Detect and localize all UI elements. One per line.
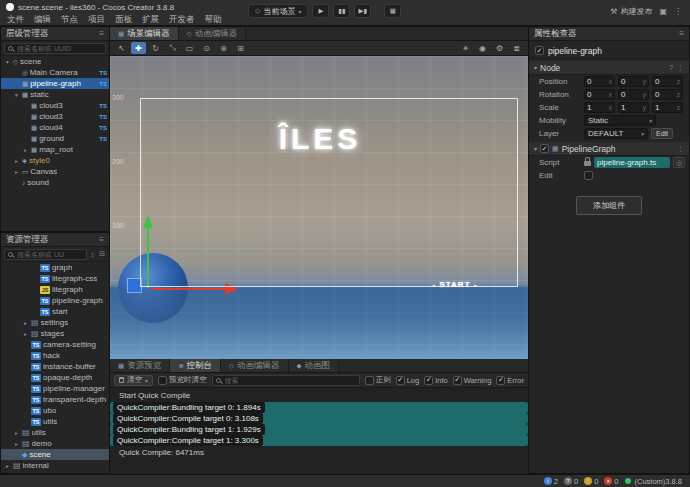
console-clear-button[interactable]: 清空 ▾ bbox=[114, 375, 153, 386]
expand-arrow-icon[interactable]: ▾ bbox=[4, 59, 11, 65]
component-section-header[interactable]: ▾ ▦ PipelineGraph ⋮ bbox=[529, 142, 689, 156]
scene-option-button[interactable]: ◉ bbox=[475, 42, 490, 54]
layer-select[interactable]: DEFAULT ▾ bbox=[584, 128, 648, 139]
clear-on-preview-checkbox[interactable] bbox=[158, 376, 167, 385]
bottom-panel-tab[interactable]: ▦ 资源预览 bbox=[110, 359, 170, 372]
scale-y-input[interactable]: 1y bbox=[618, 102, 649, 113]
more-options-icon[interactable]: ⋮ bbox=[674, 7, 682, 16]
menu-item[interactable]: 开发者 bbox=[164, 14, 200, 26]
expand-arrow-icon[interactable]: ▸ bbox=[22, 331, 29, 337]
asset-item-row[interactable]: TS transparent-depth bbox=[1, 394, 109, 405]
scene-option-button[interactable]: ☀ bbox=[458, 42, 473, 54]
component-enabled-checkbox[interactable] bbox=[540, 144, 549, 153]
assets-menu-icon[interactable]: ≡ bbox=[99, 235, 104, 244]
step-button[interactable]: ▶▮ bbox=[354, 4, 371, 18]
menu-item[interactable]: 扩展 bbox=[137, 14, 164, 26]
layout-button[interactable]: ▦ bbox=[384, 4, 401, 18]
filter-checkbox[interactable] bbox=[396, 376, 405, 385]
expand-arrow-icon[interactable]: ▸ bbox=[13, 430, 20, 436]
expand-arrow-icon[interactable]: ▸ bbox=[22, 147, 29, 153]
bottom-panel-tab[interactable]: ≣ 控制台 bbox=[170, 359, 221, 372]
asset-item-row[interactable]: TS hack bbox=[1, 350, 109, 361]
node-active-checkbox[interactable] bbox=[535, 46, 544, 55]
hierarchy-node-row[interactable]: ◎ Main Camera TS bbox=[1, 67, 109, 78]
scene-tool-button[interactable]: ⊙ bbox=[199, 42, 214, 54]
scale-z-input[interactable]: 1z bbox=[652, 102, 683, 113]
rotation-y-input[interactable]: 0y bbox=[618, 89, 649, 100]
hierarchy-node-row[interactable]: ▸ ▭ Canvas bbox=[1, 166, 109, 177]
asset-item-row[interactable]: TS ubo bbox=[1, 405, 109, 416]
menu-item[interactable]: 编辑 bbox=[29, 14, 56, 26]
scene-option-button[interactable]: ⚙ bbox=[492, 42, 507, 54]
hierarchy-node-row[interactable]: ▸ ◈ style0 bbox=[1, 155, 109, 166]
position-y-input[interactable]: 0y bbox=[618, 76, 649, 87]
edit-checkbox[interactable] bbox=[584, 171, 593, 180]
assets-search[interactable] bbox=[4, 249, 87, 260]
hierarchy-node-row[interactable]: ▦ cloud3 TS bbox=[1, 100, 109, 111]
console-log-row[interactable]: Start Quick Compile bbox=[110, 389, 528, 402]
asset-item-row[interactable]: TS pipeline-manager bbox=[1, 383, 109, 394]
component-menu-icon[interactable]: ⋮ bbox=[677, 145, 684, 153]
position-z-input[interactable]: 0z bbox=[652, 76, 683, 87]
regex-toggle[interactable]: 正则 bbox=[365, 375, 391, 385]
console-log-row[interactable]: QuickCompiler:Compile target 1: 3.300s bbox=[110, 435, 528, 446]
console-log-row[interactable]: QuickCompiler:Bundling target 1: 1.929s bbox=[110, 424, 528, 435]
asset-item-row[interactable]: ▸ ▤ utils bbox=[1, 427, 109, 438]
asset-item-row[interactable]: TS utils bbox=[1, 416, 109, 427]
script-asset-reference[interactable]: pipeline-graph.ts bbox=[594, 157, 670, 168]
clear-on-preview-toggle[interactable]: 预览时清空 bbox=[158, 375, 207, 385]
locate-asset-button[interactable]: ◎ bbox=[673, 157, 685, 168]
asset-item-row[interactable]: ◆ scene bbox=[1, 449, 109, 460]
menu-item[interactable]: 文件 bbox=[2, 14, 29, 26]
filter-checkbox[interactable] bbox=[453, 376, 462, 385]
editor-tab[interactable]: ▦ 场景编辑器 bbox=[110, 27, 179, 40]
asset-item-row[interactable]: JS litegraph bbox=[1, 284, 109, 295]
section-menu-icon[interactable]: ⋮ bbox=[677, 64, 684, 72]
scene-tool-button[interactable]: ↖ bbox=[114, 42, 129, 54]
pause-button[interactable]: ▮▮ bbox=[333, 4, 350, 18]
collapse-all-icon[interactable]: ⊟ bbox=[98, 250, 106, 258]
scene-tool-button[interactable]: ⤡ bbox=[165, 42, 180, 54]
hierarchy-node-row[interactable]: ▾ ▦ static bbox=[1, 89, 109, 100]
asset-item-row[interactable]: TS camera-setting bbox=[1, 339, 109, 350]
help-icon[interactable]: ? bbox=[669, 64, 673, 72]
log-counter[interactable]: ? 0 bbox=[564, 477, 578, 486]
log-level-filter[interactable]: Info bbox=[424, 376, 448, 385]
console-search-input[interactable] bbox=[223, 376, 356, 385]
log-counter[interactable]: × 0 bbox=[604, 477, 618, 486]
bottom-panel-tab[interactable]: ◇ 动画编辑器 bbox=[221, 359, 289, 372]
menu-item[interactable]: 帮助 bbox=[200, 14, 227, 26]
console-search[interactable] bbox=[212, 375, 360, 386]
preview-window-icon[interactable]: ▣ bbox=[659, 7, 667, 16]
filter-checkbox[interactable] bbox=[496, 376, 505, 385]
asset-item-row[interactable]: ▸ ▤ stages bbox=[1, 328, 109, 339]
asset-item-row[interactable]: TS pipeline-graph bbox=[1, 295, 109, 306]
hierarchy-node-row[interactable]: ▸ ▦ map_root bbox=[1, 144, 109, 155]
log-counter[interactable]: i 2 bbox=[544, 477, 558, 486]
scene-viewport[interactable]: 300 200 100 ÎLES - START - bbox=[110, 56, 528, 359]
hierarchy-node-row[interactable]: ▦ cloud4 TS bbox=[1, 122, 109, 133]
inspector-menu-icon[interactable]: ≡ bbox=[679, 29, 684, 38]
node-section-header[interactable]: ▾ Node ? ⋮ bbox=[529, 61, 689, 75]
expand-arrow-icon[interactable]: ▸ bbox=[4, 463, 11, 469]
expand-arrow-icon[interactable]: ▸ bbox=[13, 441, 20, 447]
hierarchy-node-row[interactable]: ▦ pipeline-graph TS bbox=[1, 78, 109, 89]
regex-checkbox[interactable] bbox=[365, 376, 374, 385]
log-level-filter[interactable]: Warning bbox=[453, 376, 492, 385]
asset-item-row[interactable]: TS start bbox=[1, 306, 109, 317]
log-level-filter[interactable]: Error bbox=[496, 376, 524, 385]
asset-item-row[interactable]: ▸ ▤ internal bbox=[1, 460, 109, 471]
hierarchy-search[interactable] bbox=[4, 43, 106, 54]
expand-arrow-icon[interactable]: ▾ bbox=[13, 92, 20, 98]
hierarchy-menu-icon[interactable]: ≡ bbox=[99, 29, 104, 38]
menu-item[interactable]: 节点 bbox=[56, 14, 83, 26]
asset-item-row[interactable]: TS litegraph-css bbox=[1, 273, 109, 284]
scene-selector-dropdown[interactable]: ◇ 当前场景 ▾ bbox=[248, 4, 308, 18]
play-button[interactable]: ▶ bbox=[312, 4, 329, 18]
hierarchy-search-input[interactable] bbox=[15, 44, 102, 53]
log-counter[interactable]: ! 0 bbox=[584, 477, 598, 486]
scale-x-input[interactable]: 1x bbox=[584, 102, 615, 113]
position-x-input[interactable]: 0x bbox=[584, 76, 615, 87]
menu-item[interactable]: 项目 bbox=[83, 14, 110, 26]
menu-item[interactable]: 面板 bbox=[110, 14, 137, 26]
